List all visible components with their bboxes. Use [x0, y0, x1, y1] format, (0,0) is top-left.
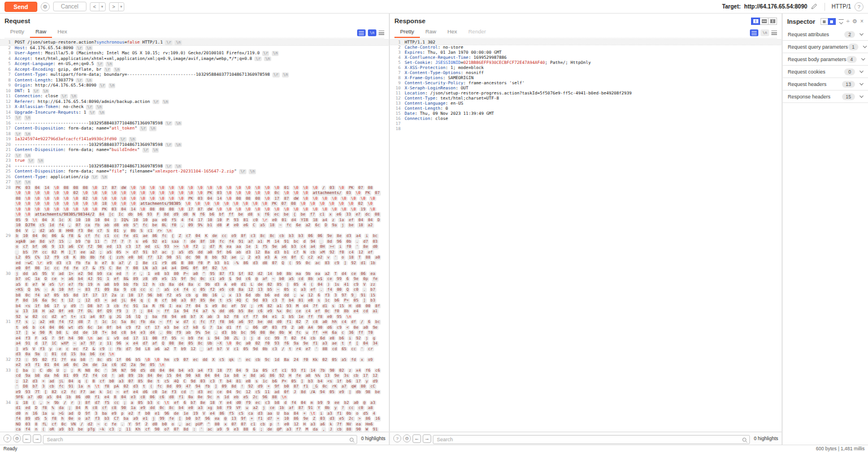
- inspector-section-request-query-parameters[interactable]: Request query parameters 1: [783, 41, 868, 53]
- line-number: 8: [0, 78, 15, 83]
- inspector-panel: Inspector ÷ ⚙ × Request attributes 2 Req…: [783, 14, 868, 445]
- response-editor[interactable]: 1HTTP/1.1 3022Cache-Control: no-store3Ex…: [390, 38, 782, 432]
- code-line: 9Origin: http://64.176.65.54:8090 \r \n: [0, 83, 389, 88]
- inspector-section-request-attributes[interactable]: Request attributes 2: [783, 28, 868, 41]
- layout-grid-icon[interactable]: [768, 18, 777, 25]
- code-line: 1HTTP/1.1 302: [390, 40, 782, 45]
- inspector-settings-gear-icon[interactable]: ⚙: [852, 19, 857, 24]
- code-line: 33[ ba : C db U ; ; R N8 0c ' 3R N7 90 d…: [0, 368, 389, 400]
- line-number: 11: [0, 93, 15, 99]
- top-toolbar: Send ⚙ Cancel < ▾ > ▾ Target: http://64.…: [0, 0, 868, 14]
- help-icon[interactable]: ?: [854, 2, 863, 11]
- request-settings-gear-icon[interactable]: ⚙: [41, 2, 50, 11]
- inspector-section-request-headers[interactable]: Request headers 13: [783, 78, 868, 91]
- code-line: 12Content-Type: text/html;charset=UTF-8: [390, 96, 782, 101]
- status-ready: Ready: [3, 446, 18, 451]
- forward-arrow-label: >: [110, 3, 118, 11]
- inspector-close-icon[interactable]: ×: [860, 19, 863, 24]
- response-tab-raw[interactable]: Raw: [420, 27, 442, 38]
- inspector-section-response-headers[interactable]: Response headers 15: [783, 91, 868, 103]
- line-number: 18: [390, 126, 405, 131]
- code-line: 17Content-Disposition: form-data; name="…: [0, 126, 389, 131]
- response-tab-hex[interactable]: Hex: [442, 27, 463, 38]
- request-tab-hex[interactable]: Hex: [52, 27, 73, 38]
- chevron-down-icon: [860, 68, 863, 72]
- back-caret-icon[interactable]: ▾: [99, 3, 105, 11]
- inspector-view-compact-icon[interactable]: [821, 18, 828, 25]
- count-badge: 2: [844, 31, 855, 38]
- search-help-icon[interactable]: ?: [393, 434, 401, 442]
- search-next-icon[interactable]: →: [33, 434, 41, 443]
- inspector-dock-icon[interactable]: [839, 19, 844, 24]
- cancel-button[interactable]: Cancel: [53, 2, 86, 11]
- count-badge: 15: [842, 93, 855, 100]
- code-line: 2Cache-Control: no-store: [390, 45, 782, 50]
- search-next-icon[interactable]: →: [423, 434, 431, 443]
- code-line: 16Connection: close: [390, 116, 782, 121]
- request-search-input[interactable]: [43, 435, 357, 444]
- edit-target-pencil-icon[interactable]: [811, 2, 818, 12]
- line-number: 5: [0, 61, 15, 67]
- search-prev-icon[interactable]: ←: [23, 434, 31, 443]
- code-line: 23true \r \n: [0, 158, 389, 163]
- magnifier-icon: [742, 435, 748, 445]
- inspector-section-request-cookies[interactable]: Request cookies 0: [783, 66, 868, 78]
- editor-menu-icon[interactable]: [379, 31, 384, 35]
- history-forward-button[interactable]: > ▾: [109, 2, 125, 11]
- layout-rows-icon[interactable]: [760, 18, 769, 25]
- line-number: 21: [0, 147, 15, 153]
- history-back-button[interactable]: < ▾: [90, 2, 106, 11]
- response-pane: Response Pretty Raw Hex Render \n: [390, 14, 783, 445]
- line-number: 7: [390, 70, 405, 75]
- search-settings-gear-icon[interactable]: ⚙: [403, 434, 411, 442]
- forward-caret-icon[interactable]: ▾: [118, 3, 124, 11]
- search-settings-gear-icon[interactable]: ⚙: [13, 434, 21, 442]
- line-number: 23: [0, 158, 15, 163]
- code-line: 7X-Content-Type-Options: nosniff: [390, 70, 782, 75]
- response-search-bar: ? ⚙ ← → 0 highlights: [390, 432, 782, 445]
- line-number: 8: [390, 75, 405, 80]
- inspector-view-expanded-icon[interactable]: [828, 18, 836, 25]
- response-highlights-count: 0 highlights: [754, 436, 778, 441]
- code-line: 15\r \n: [0, 115, 389, 120]
- line-number: 19: [0, 136, 15, 142]
- search-prev-icon[interactable]: ←: [413, 434, 421, 443]
- response-tab-pretty[interactable]: Pretty: [394, 27, 420, 38]
- http-version-selector[interactable]: HTTP/1: [832, 3, 851, 10]
- wrap-lines-toggle-icon[interactable]: [357, 29, 366, 36]
- wrap-lines-toggle-icon[interactable]: [750, 29, 758, 36]
- line-number: 18: [0, 131, 15, 137]
- code-line: 31f7 s , a2 e8 f4 f2 d8 7 ! 1c 1c 5a 8c …: [0, 319, 389, 357]
- layout-columns-icon[interactable]: [751, 18, 760, 25]
- line-number: 29: [0, 233, 15, 271]
- count-badge: 13: [842, 81, 855, 88]
- search-help-icon[interactable]: ?: [3, 434, 11, 442]
- request-pane-title: Request: [5, 18, 30, 24]
- code-line: 11Location: /json/setup-restore-progress…: [390, 91, 782, 96]
- editor-menu-icon[interactable]: [771, 31, 777, 35]
- inspector-split-icon[interactable]: ÷: [847, 19, 850, 24]
- chevron-down-icon: [860, 31, 863, 35]
- show-nonprintable-toggle-icon[interactable]: \n: [761, 29, 769, 36]
- line-number: 11: [390, 91, 405, 96]
- show-nonprintable-toggle-icon[interactable]: \n: [368, 29, 376, 36]
- line-number: 9: [0, 83, 15, 88]
- back-arrow-label: <: [90, 3, 99, 11]
- code-line: 13Content-Language: en-US: [390, 101, 782, 106]
- code-line: 28PK 03 04 14 \0 08 08 08 \0 17 87 dW \0…: [0, 185, 389, 234]
- request-search-bar: ? ⚙ ← → 0 highlights: [0, 432, 389, 445]
- line-number: 12: [390, 96, 405, 101]
- line-number: 4: [0, 56, 15, 62]
- code-line: 25Content-Disposition: form-data; name="…: [0, 169, 389, 174]
- code-line: 18\r \n: [0, 131, 389, 137]
- inspector-section-request-body-parameters[interactable]: Request body parameters 4: [783, 53, 868, 66]
- response-search-input[interactable]: [433, 435, 750, 444]
- request-tab-pretty[interactable]: Pretty: [5, 27, 30, 38]
- request-editor[interactable]: 1POST /json/setup-restore.action?synchro…: [0, 38, 389, 432]
- request-tab-raw[interactable]: Raw: [30, 27, 52, 38]
- send-button[interactable]: Send: [5, 2, 37, 12]
- line-number: 28: [0, 185, 15, 234]
- code-line: 14Upgrade-Insecure-Requests: 1 \r \n: [0, 110, 389, 115]
- line-number: 2: [390, 45, 405, 50]
- response-tabs: Pretty Raw Hex Render: [394, 27, 492, 38]
